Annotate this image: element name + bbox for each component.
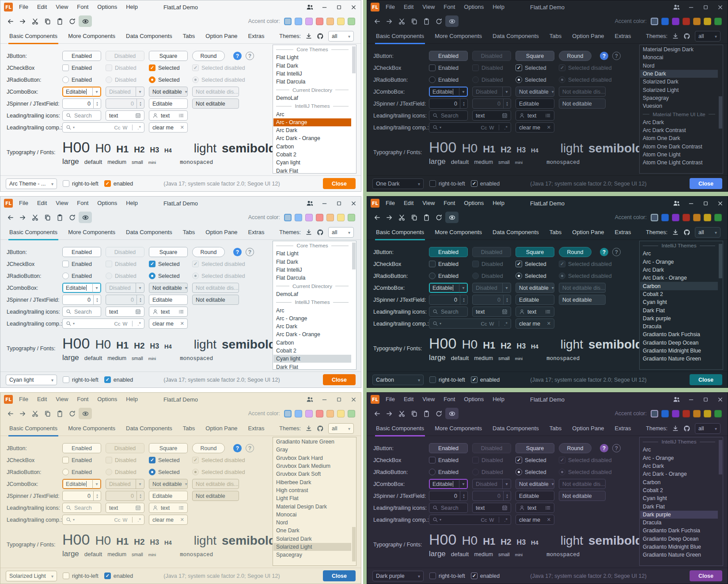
clear-me-input[interactable]: clear me	[149, 122, 188, 133]
search-with-options-input[interactable]: ▾ CcW .*	[429, 122, 511, 133]
theme-list-item[interactable]: Cyan light	[640, 494, 718, 502]
theme-list-item[interactable]: Core Themes	[273, 242, 351, 250]
accent-swatch[interactable]	[284, 18, 292, 25]
menu-item[interactable]: View	[418, 393, 439, 406]
forward-icon[interactable]	[383, 15, 395, 27]
chevron-down-icon[interactable]: ▾	[73, 518, 75, 522]
checkbox-selected[interactable]	[149, 64, 155, 71]
close-button[interactable]: Close	[323, 178, 356, 189]
theme-list-item[interactable]: Dracula	[640, 519, 718, 527]
close-window-button[interactable]	[713, 393, 728, 406]
enabled-checkbox[interactable]	[104, 573, 111, 579]
tab[interactable]: Data Components	[487, 225, 544, 240]
search-with-options-input[interactable]: ▾ CcW .*	[62, 515, 144, 525]
square-button[interactable]: Square	[516, 51, 554, 61]
clear-me-input[interactable]: clear me	[149, 515, 188, 525]
calendar-icon[interactable]	[502, 113, 508, 118]
menu-item[interactable]: View	[51, 0, 72, 14]
spinner[interactable]: 0	[429, 295, 468, 305]
search-with-options-input[interactable]: ▾ CcW .*	[429, 319, 511, 329]
download-icon[interactable]	[672, 229, 679, 236]
checkbox-enabled[interactable]	[429, 261, 436, 267]
theme-list-item[interactable]: Carbon	[273, 143, 351, 151]
chevron-down-icon[interactable]: ▾	[73, 125, 75, 129]
help-button[interactable]	[600, 52, 608, 60]
list-icon[interactable]	[178, 113, 184, 118]
user-input[interactable]: text	[149, 307, 188, 317]
back-icon[interactable]	[371, 408, 383, 419]
regex-option[interactable]: .*	[137, 517, 141, 523]
accent-swatch[interactable]	[661, 18, 669, 25]
paste-icon[interactable]	[54, 212, 65, 223]
theme-list-item[interactable]: Dark purple	[640, 315, 718, 322]
spinner[interactable]: 0	[429, 99, 468, 109]
close-button[interactable]: Close	[690, 374, 722, 385]
match-options[interactable]: CcW	[112, 125, 127, 130]
date-input[interactable]: text	[472, 307, 511, 317]
match-options[interactable]: CcW	[112, 321, 127, 326]
calendar-icon[interactable]	[135, 505, 141, 511]
theme-select[interactable]: Arc Theme - ...	[6, 178, 57, 189]
copy-icon[interactable]	[42, 212, 53, 223]
theme-list-item[interactable]: Dark Flat	[640, 306, 718, 314]
clear-me-input[interactable]: clear me	[149, 319, 188, 329]
enabled-button[interactable]: Enabled	[62, 443, 101, 453]
theme-list-item[interactable]: Gruvbox Dark Soft	[273, 470, 351, 478]
theme-list-item[interactable]: Gruvbox Dark Hard	[273, 454, 351, 462]
minimize-button[interactable]	[684, 393, 698, 406]
menu-item[interactable]: File	[15, 393, 33, 406]
match-option[interactable]: W	[122, 517, 127, 523]
tab[interactable]: Option Pane	[567, 225, 609, 240]
help-button[interactable]	[233, 248, 242, 256]
accent-swatch[interactable]	[316, 18, 323, 25]
match-option[interactable]: Cc	[481, 517, 487, 523]
rtl-checkbox[interactable]	[429, 376, 436, 383]
theme-list-item[interactable]: Atom One Light Contrast	[640, 159, 718, 167]
menu-item[interactable]: Edit	[33, 197, 51, 210]
radio-enabled[interactable]	[62, 273, 69, 279]
theme-list-item[interactable]: Cobalt 2	[273, 347, 351, 355]
chevron-down-icon[interactable]	[549, 283, 554, 292]
theme-select[interactable]: Carbon	[372, 375, 424, 385]
menu-item[interactable]: File	[15, 0, 33, 14]
rtl-checkbox[interactable]	[429, 180, 436, 187]
search-input[interactable]: Search	[429, 110, 468, 121]
theme-list-item[interactable]: Nord	[273, 519, 351, 527]
spinner-arrows-icon[interactable]	[460, 99, 467, 108]
regex-option[interactable]: .*	[504, 517, 508, 523]
search-input[interactable]: Search	[62, 503, 101, 513]
theme-list-item[interactable]: Material Design Dark	[640, 46, 718, 53]
close-window-button[interactable]	[346, 393, 361, 406]
accent-swatch[interactable]	[714, 410, 722, 417]
users-icon[interactable]	[669, 393, 684, 406]
accent-swatch[interactable]	[682, 410, 690, 417]
inspector-eye-toggle[interactable]	[79, 15, 92, 27]
theme-list-item[interactable]: One Dark	[640, 70, 718, 78]
menu-item[interactable]: View	[51, 197, 72, 210]
enabled-button[interactable]: Enabled	[429, 443, 468, 453]
scrollbar-thumb[interactable]	[352, 46, 356, 73]
back-icon[interactable]	[4, 15, 16, 27]
theme-list-item[interactable]: Monocai	[273, 511, 351, 519]
inspector-eye-toggle[interactable]	[79, 212, 92, 223]
users-icon[interactable]	[303, 197, 317, 210]
theme-list-item[interactable]: Flat Light	[273, 250, 351, 258]
tab[interactable]: Tabs	[178, 225, 200, 240]
tab[interactable]: Extras	[243, 225, 270, 240]
users-icon[interactable]	[669, 197, 684, 210]
theme-list-item[interactable]: Gray	[273, 446, 351, 454]
theme-list-item[interactable]: Dark Flat	[640, 502, 718, 510]
theme-list-item[interactable]: Arc Dark - Orange	[273, 330, 351, 338]
theme-list-item[interactable]: Dark purple	[640, 511, 718, 519]
theme-list-item[interactable]: Material Design Dark	[273, 502, 351, 510]
menu-item[interactable]: Options	[93, 393, 121, 406]
round-button[interactable]: Round	[192, 51, 225, 61]
theme-list-item[interactable]: Arc	[273, 306, 351, 314]
match-options[interactable]: CcW	[112, 517, 127, 523]
combobox-not-editable[interactable]: Not editable	[516, 479, 554, 489]
radio-enabled[interactable]	[429, 273, 436, 279]
user-input[interactable]: text	[516, 503, 554, 513]
theme-list-item[interactable]: High contrast	[273, 486, 351, 494]
enabled-checkbox[interactable]	[471, 180, 478, 187]
round-button[interactable]: Round	[559, 51, 592, 61]
